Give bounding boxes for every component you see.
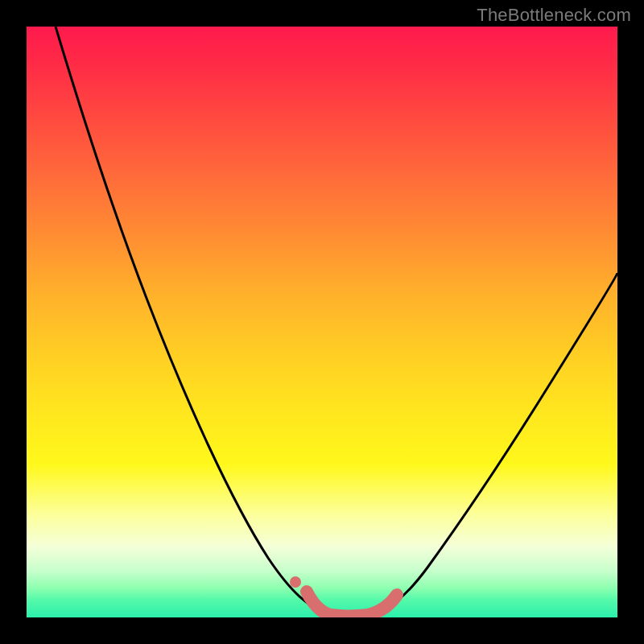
watermark-text: TheBottleneck.com xyxy=(477,5,631,26)
optimal-region-marker xyxy=(27,27,617,617)
plot-area xyxy=(27,27,617,617)
optimal-dot-icon xyxy=(290,576,301,588)
optimal-marker-path xyxy=(307,592,397,617)
chart-frame: TheBottleneck.com xyxy=(0,0,644,644)
